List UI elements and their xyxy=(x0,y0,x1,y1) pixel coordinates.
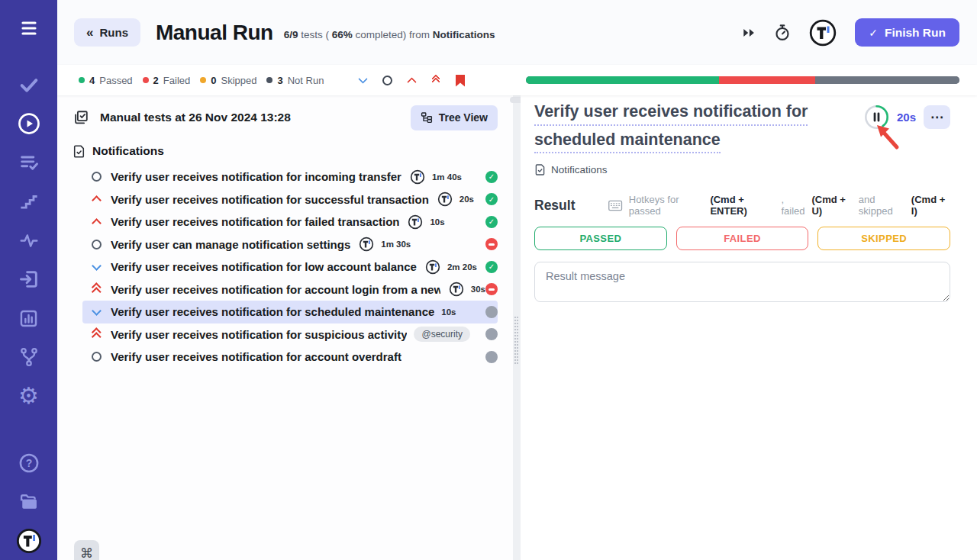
test-row[interactable]: Verify user receives notification for ac… xyxy=(82,346,498,369)
status-bar: 4 Passed 2 Failed 0 Skipped 3 Not Run xyxy=(57,65,977,95)
priority-icon xyxy=(91,262,102,272)
suite-name: Notifications xyxy=(92,144,164,158)
hotkey-failed: (Cmd + U) xyxy=(811,194,854,217)
fast-forward-icon[interactable] xyxy=(743,27,756,38)
hotkey-skipped: (Cmd + I) xyxy=(911,194,950,217)
stat-skipped: 0 Skipped xyxy=(200,75,256,86)
tree-view-button[interactable]: Tree View xyxy=(411,105,498,130)
test-duration: 10s xyxy=(441,307,456,317)
test-status-icon xyxy=(485,283,498,295)
stat-notrun: 3 Not Run xyxy=(266,75,324,86)
test-detail-panel: Verify user receives notification for sc… xyxy=(521,95,977,560)
test-row[interactable]: Verify user receives notification for lo… xyxy=(82,256,498,278)
filter-circle-icon[interactable] xyxy=(381,74,393,86)
hotkeys-hint: Hotkeys for passed (Cmd + ENTER) , faile… xyxy=(608,194,950,217)
notrun-dot xyxy=(266,77,272,83)
testomat-badge-icon xyxy=(410,169,425,185)
priority-icon xyxy=(91,172,102,182)
test-status-icon xyxy=(485,261,498,273)
testomat-badge-icon xyxy=(359,237,374,252)
stat-passed: 4 Passed xyxy=(79,75,133,86)
test-row[interactable]: Verify user receives notification for su… xyxy=(82,188,498,211)
test-row[interactable]: Verify user receives notification for su… xyxy=(82,323,498,346)
list-check-icon[interactable] xyxy=(16,150,42,175)
test-title: Verify user receives notification for lo… xyxy=(111,260,417,273)
pause-icon xyxy=(864,105,889,130)
progress-failed-segment xyxy=(719,76,815,84)
hotkey-passed: (Cmd + ENTER) xyxy=(710,194,777,217)
resizer-grip-icon xyxy=(514,317,518,364)
detail-suite-breadcrumb[interactable]: Notifications xyxy=(534,163,950,176)
page-header: « Runs Manual Run 6/9 tests ( 66% comple… xyxy=(57,0,977,65)
priority-icon xyxy=(91,240,102,249)
test-title: Verify user receives notification for in… xyxy=(111,170,401,183)
passed-button[interactable]: PASSED xyxy=(534,227,667,250)
steps-icon[interactable] xyxy=(16,188,42,214)
detail-header: Verify user receives notification for sc… xyxy=(534,101,950,157)
run-title: Manual tests at 26 Nov 2024 13:28 xyxy=(100,111,291,124)
pause-timer-button[interactable] xyxy=(864,105,889,130)
test-run-icon xyxy=(73,109,89,126)
menu-icon[interactable] xyxy=(16,15,42,41)
priority-icon xyxy=(91,352,102,362)
finish-run-button[interactable]: ✓ Finish Run xyxy=(855,18,959,47)
git-branch-icon[interactable] xyxy=(16,344,42,370)
test-status-icon xyxy=(485,216,498,228)
test-status-icon xyxy=(485,238,498,250)
bar-chart-icon[interactable] xyxy=(16,305,42,331)
test-row-selected[interactable]: Verify user receives notification for sc… xyxy=(82,301,498,323)
help-icon[interactable]: ? xyxy=(16,450,42,476)
folder-icon[interactable] xyxy=(16,489,42,515)
play-circle-icon[interactable] xyxy=(16,111,42,137)
finish-run-label: Finish Run xyxy=(885,26,946,40)
result-heading: Result xyxy=(534,198,575,214)
filter-chevron-down-icon[interactable] xyxy=(356,74,369,86)
test-title: Verify user receives notification for ac… xyxy=(111,350,401,363)
tree-view-icon xyxy=(421,111,433,124)
suite-notifications[interactable]: Notifications xyxy=(73,138,498,164)
skipped-button[interactable]: SKIPPED xyxy=(817,227,950,250)
panel-resizer[interactable] xyxy=(513,95,521,560)
test-duration: 20s xyxy=(459,195,474,204)
gear-icon[interactable]: ⚙ xyxy=(16,383,42,409)
test-title: Verify user receives notification for fa… xyxy=(111,215,399,228)
test-status-icon xyxy=(485,328,498,340)
activity-icon[interactable] xyxy=(16,227,42,253)
test-row[interactable]: Verify user receives notification for fa… xyxy=(82,211,498,233)
stopwatch-icon[interactable] xyxy=(774,24,791,42)
command-shortcut-button[interactable]: ⌘ xyxy=(74,540,99,560)
priority-icon xyxy=(91,217,102,227)
detail-suite-name: Notifications xyxy=(551,164,608,175)
log-in-icon[interactable] xyxy=(16,266,42,292)
test-duration: 1m 30s xyxy=(381,240,411,249)
test-title: Verify user receives notification for ac… xyxy=(111,283,440,296)
keyboard-icon xyxy=(608,200,622,211)
filter-chevrons-up-icon[interactable] xyxy=(430,74,442,86)
test-row[interactable]: Verify user can manage notification sett… xyxy=(82,233,498,256)
failed-button[interactable]: FAILED xyxy=(676,227,809,250)
svg-text:?: ? xyxy=(25,457,32,469)
filter-chevron-up-icon[interactable] xyxy=(405,74,418,86)
percent-completed: 66% xyxy=(332,29,353,40)
detail-title-line1[interactable]: Verify user receives notification for xyxy=(534,101,808,126)
testomat-logo[interactable] xyxy=(16,528,42,554)
priority-icon xyxy=(91,284,102,294)
test-row[interactable]: Verify user receives notification for ac… xyxy=(82,278,498,301)
run-progress-subtitle: 6/9 tests ( 66% completed) from Notifica… xyxy=(284,29,495,40)
test-row[interactable]: Verify user receives notification for in… xyxy=(82,166,498,188)
testomat-logo-header[interactable] xyxy=(809,19,837,47)
testomat-badge-icon xyxy=(408,214,423,230)
back-to-runs-button[interactable]: « Runs xyxy=(74,18,140,47)
filter-bookmark-icon[interactable] xyxy=(454,74,466,86)
check-icon: ✓ xyxy=(869,27,878,39)
passed-dot xyxy=(79,77,85,83)
detail-title-line2[interactable]: scheduled maintenance xyxy=(534,130,721,154)
timer-value: 20s xyxy=(897,111,916,124)
test-title: Verify user receives notification for sc… xyxy=(111,305,434,318)
skipped-dot xyxy=(200,77,206,83)
app-root: ⚙ ? « Runs Manual Run 6/9 tests ( 66% xyxy=(0,0,977,560)
progress-passed-segment xyxy=(526,76,719,84)
more-options-button[interactable]: ⋯ xyxy=(924,105,950,129)
check-icon[interactable] xyxy=(16,72,42,98)
result-message-input[interactable] xyxy=(534,262,950,302)
